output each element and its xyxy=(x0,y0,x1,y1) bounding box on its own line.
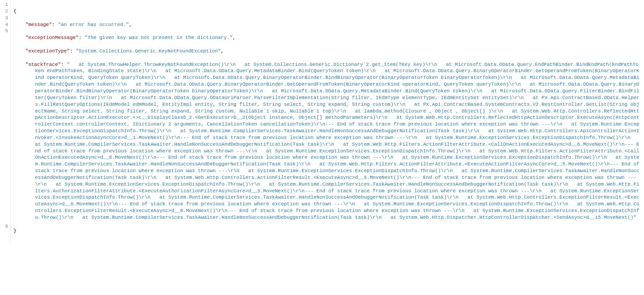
json-key: "stackTrace" xyxy=(25,62,61,67)
json-line-exception-type: "exceptionType": "System.Collections.Gen… xyxy=(13,48,641,55)
json-string-value: "An error has occurred." xyxy=(58,22,129,27)
json-key: "exceptionType" xyxy=(25,48,70,54)
json-line-close: } xyxy=(13,228,641,234)
brace-open: { xyxy=(13,9,17,14)
line-number: 5 xyxy=(0,28,8,35)
json-line-open: { xyxy=(13,8,641,15)
json-string-value: "The given key was not present in the di… xyxy=(84,35,232,40)
brace-close: } xyxy=(13,228,17,234)
json-line-exception-message: "exceptionMessage": "The given key was n… xyxy=(13,35,641,41)
json-string-value: "System.Collections.Generic.KeyNotFoundE… xyxy=(76,48,221,54)
line-number: 6 xyxy=(0,223,8,230)
line-number: 3 xyxy=(0,15,8,22)
line-number-gutter: 1 2 3 4 5 6 xyxy=(0,0,11,242)
json-key: "exceptionMessage" xyxy=(25,35,79,40)
line-number: 2 xyxy=(0,8,8,15)
json-line-stack-trace: "stackTrace": " at System.ThrowHelper.Th… xyxy=(13,61,641,221)
json-key: "message" xyxy=(25,22,52,27)
line-number: 1 xyxy=(0,1,8,8)
json-line-message: "message": "An error has occurred.", xyxy=(13,22,641,28)
json-string-value: " at System.ThrowHelper.ThrowKeyNotFound… xyxy=(35,62,642,220)
line-number: 4 xyxy=(0,22,8,28)
json-code-body[interactable]: { "message": "An error has occurred.", "… xyxy=(11,0,644,242)
